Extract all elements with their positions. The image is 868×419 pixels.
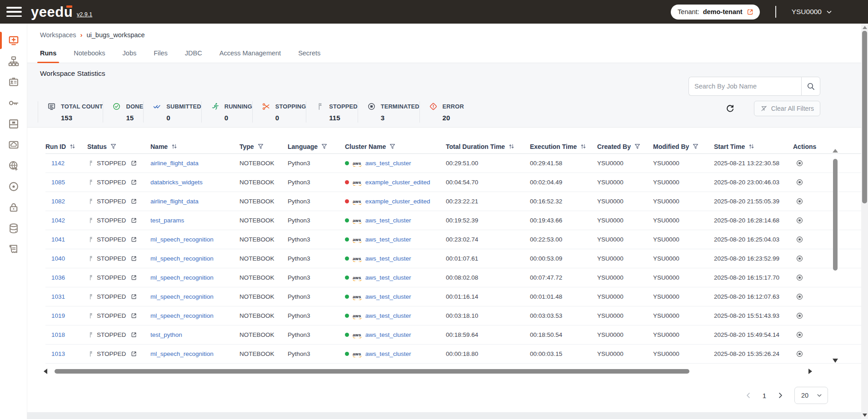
sidebar-item-network[interactable] [0, 155, 27, 176]
run-name-link[interactable]: ml_speech_recognition [150, 274, 214, 281]
scroll-up-arrow[interactable] [833, 149, 838, 153]
vertical-scroll-thumb[interactable] [833, 159, 838, 271]
tab[interactable]: Jobs [123, 49, 137, 63]
cluster-link[interactable]: aws_test_cluster [365, 217, 411, 224]
open-run-external-link-icon[interactable] [130, 198, 137, 205]
app-logo[interactable]: yeedu [31, 5, 73, 19]
column-header[interactable]: Execution Time [530, 143, 597, 150]
column-control-icon[interactable] [580, 143, 587, 150]
scroll-right-arrow[interactable] [808, 369, 812, 374]
column-control-icon[interactable] [110, 143, 117, 150]
stop-action-button[interactable] [796, 293, 803, 301]
column-header[interactable]: Modified By [653, 143, 714, 150]
page-size-select[interactable]: 20 [794, 387, 828, 404]
run-id-link[interactable]: 1036 [51, 274, 65, 281]
column-control-icon[interactable] [321, 143, 328, 150]
stop-action-button[interactable] [796, 197, 803, 205]
run-name-link[interactable]: airline_flight_data [150, 198, 199, 205]
tab[interactable]: JDBC [185, 49, 202, 63]
stop-action-button[interactable] [796, 159, 803, 167]
column-control-icon[interactable] [171, 143, 178, 150]
sidebar-item-cloud[interactable] [0, 134, 27, 155]
horizontal-scroll-thumb[interactable] [55, 369, 689, 374]
tab[interactable]: Runs [40, 49, 56, 63]
sidebar-item-database[interactable] [0, 218, 27, 239]
run-id-link[interactable]: 1013 [51, 350, 65, 357]
column-header[interactable]: Total Duration Time [446, 143, 530, 150]
column-control-icon[interactable] [508, 143, 515, 150]
stop-action-button[interactable] [796, 236, 803, 243]
clear-all-filters-button[interactable]: Clear All Filters [754, 101, 820, 116]
column-header[interactable]: Cluster Name [345, 143, 446, 150]
sidebar-item-logs[interactable] [0, 239, 27, 260]
column-control-icon[interactable] [748, 143, 755, 150]
sidebar-item-storage[interactable] [0, 113, 27, 134]
column-control-icon[interactable] [692, 143, 699, 150]
cluster-link[interactable]: aws_test_cluster [365, 312, 411, 319]
column-header[interactable]: Created By [597, 143, 653, 150]
open-run-external-link-icon[interactable] [130, 293, 137, 300]
previous-page-button[interactable] [744, 391, 753, 399]
tab[interactable]: Access Management [219, 49, 281, 63]
column-control-icon[interactable] [69, 143, 76, 150]
column-header[interactable]: Language [288, 143, 345, 150]
cluster-link[interactable]: aws_test_cluster [365, 236, 411, 243]
breadcrumb-workspaces-link[interactable]: Workspaces [40, 31, 76, 39]
tab[interactable]: Notebooks [74, 49, 105, 63]
column-header[interactable]: Name [150, 143, 239, 150]
tab[interactable]: Files [154, 49, 168, 63]
open-run-external-link-icon[interactable] [130, 160, 137, 167]
tab[interactable]: Secrets [298, 49, 320, 63]
open-run-external-link-icon[interactable] [130, 312, 137, 319]
version-link[interactable]: v2.9.1 [77, 11, 92, 18]
run-id-link[interactable]: 1082 [51, 198, 65, 205]
column-control-icon[interactable] [257, 143, 264, 150]
tenant-external-link-icon[interactable] [746, 8, 754, 16]
page-scroll-up-arrow[interactable] [863, 26, 867, 29]
search-input[interactable] [688, 77, 801, 96]
run-id-link[interactable]: 1041 [51, 236, 65, 243]
sidebar-item-access-keys[interactable] [0, 93, 27, 113]
open-run-external-link-icon[interactable] [130, 236, 137, 243]
cluster-link[interactable]: aws_test_cluster [365, 350, 411, 357]
horizontal-scroll-track[interactable] [50, 369, 806, 374]
run-name-link[interactable]: ml_speech_recognition [150, 255, 214, 262]
run-name-link[interactable]: ml_speech_recognition [150, 293, 214, 300]
scroll-left-arrow[interactable] [44, 369, 47, 374]
sidebar-item-target[interactable] [0, 176, 27, 197]
stop-action-button[interactable] [796, 331, 803, 339]
run-id-link[interactable]: 1031 [51, 293, 65, 300]
column-control-icon[interactable] [389, 143, 396, 150]
sidebar-item-security[interactable] [0, 197, 27, 218]
run-id-link[interactable]: 1042 [51, 217, 65, 224]
user-menu[interactable]: YSU0000 [792, 8, 833, 16]
column-header[interactable]: Status [87, 143, 150, 150]
run-id-link[interactable]: 1040 [51, 255, 65, 262]
run-name-link[interactable]: test_python [150, 331, 182, 338]
stop-action-button[interactable] [796, 217, 803, 224]
search-button[interactable] [801, 77, 820, 96]
run-name-link[interactable]: test_params [150, 217, 184, 224]
cluster-link[interactable]: aws_test_cluster [365, 160, 411, 167]
sidebar-item-workspaces[interactable] [0, 30, 27, 51]
hamburger-menu-icon[interactable] [6, 7, 22, 17]
column-header[interactable]: Run ID [45, 143, 87, 150]
stop-action-button[interactable] [796, 350, 803, 358]
run-name-link[interactable]: ml_speech_recognition [150, 236, 214, 243]
stop-action-button[interactable] [796, 312, 803, 320]
refresh-button[interactable] [725, 104, 735, 113]
column-header[interactable]: Start Time [714, 143, 793, 150]
sidebar-item-jobs[interactable] [0, 72, 27, 93]
column-header[interactable]: Type [239, 143, 288, 150]
column-header[interactable]: Actions [793, 143, 820, 150]
run-id-link[interactable]: 1085 [51, 179, 65, 186]
next-page-button[interactable] [776, 391, 784, 399]
open-run-external-link-icon[interactable] [130, 331, 137, 338]
stop-action-button[interactable] [796, 178, 803, 186]
cluster-link[interactable]: aws_test_cluster [365, 274, 411, 281]
cluster-link[interactable]: aws_test_cluster [365, 255, 411, 262]
run-name-link[interactable]: ml_speech_recognition [150, 350, 214, 357]
cluster-link[interactable]: example_cluster_edited [365, 179, 430, 186]
open-run-external-link-icon[interactable] [130, 217, 137, 224]
open-run-external-link-icon[interactable] [130, 179, 137, 186]
